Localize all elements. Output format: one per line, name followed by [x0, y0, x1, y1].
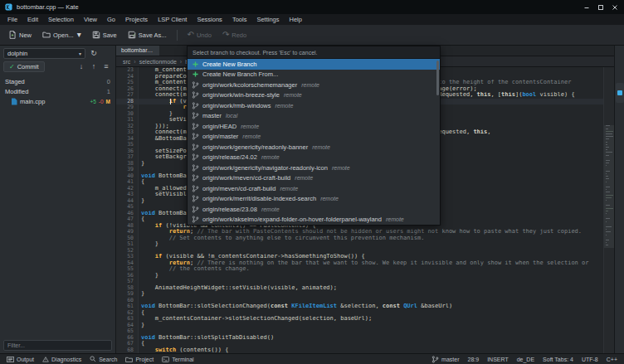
minimap-mark [606, 131, 613, 132]
statusbar-master[interactable]: master [427, 354, 463, 364]
branch-label: origin/work/akselmo/expand-folder-on-hov… [202, 216, 382, 223]
branch-popup-prompt: Select branch to checkout. Press 'Esc' t… [188, 46, 440, 59]
titlebar: bottombar.cpp — Kate [0, 0, 624, 14]
plus-icon [192, 61, 199, 68]
filter-input[interactable] [3, 340, 112, 351]
line-number: 68 [116, 347, 139, 354]
branch-option-origin-work-akselmo-expand-folder-on-hover-folderpanel-wayland[interactable]: origin/work/akselmo/expand-folder-on-hov… [188, 215, 440, 226]
menu-file[interactable]: File [2, 14, 22, 25]
branch-label: origin/HEAD [202, 123, 236, 130]
git-section-modified[interactable]: Modified1 [0, 86, 115, 96]
branch-option-origin-master[interactable]: origin/masterremote [188, 132, 440, 143]
statusbar-28-9[interactable]: 28:9 [464, 354, 484, 364]
git-branch-icon [192, 123, 199, 130]
menu-sessions[interactable]: Sessions [192, 14, 227, 25]
status-badge: M [106, 99, 110, 104]
statusbar-toolview-project[interactable]: Project [121, 354, 158, 364]
code-line-67: 67{ [116, 341, 614, 347]
statusbar-toolview-terminal[interactable]: Terminal [158, 354, 197, 364]
popup-scrollbar-thumb[interactable] [436, 61, 439, 95]
save-as-button[interactable]: Save As... [124, 28, 171, 41]
branch-option-origin-release-24-02[interactable]: origin/release/24.02remote [188, 153, 440, 163]
minimap-mark [606, 242, 607, 243]
menu-projects[interactable]: Projects [120, 14, 153, 25]
git-branch-icon [192, 206, 199, 213]
statusbar-insert[interactable]: INSERT [483, 354, 513, 364]
save-button[interactable]: Save [88, 28, 121, 41]
right-toolview-button[interactable] [616, 83, 624, 103]
minimap-mark [606, 208, 613, 209]
tab-bottombar-cpp[interactable]: bottombar.cpp [116, 46, 159, 56]
statusbar-utf-8[interactable]: UTF-8 [578, 354, 602, 364]
line-text: void BottomBar::slotSplitTabDisabled() [139, 335, 614, 342]
maximize-button[interactable] [593, 1, 607, 13]
menu-tools[interactable]: Tools [227, 14, 252, 25]
close-button[interactable] [607, 1, 622, 13]
branch-option-create-new-branch-from[interactable]: Create New Branch From... [188, 70, 440, 80]
breadcrumb-src[interactable]: src [123, 59, 130, 65]
branch-option-origin-work-meven-cd-craft-build[interactable]: origin/work/meven/cd-craft-buildremote [188, 173, 440, 184]
minimap-mark [606, 144, 607, 145]
git-file-main-cpp[interactable]: main.cpp+5-0M [0, 96, 115, 106]
statusbar-toolview-diagnostics[interactable]: Diagnostics [38, 354, 85, 364]
menu-help[interactable]: Help [285, 14, 307, 25]
breadcrumb-sep-icon: › [180, 59, 182, 65]
toolview-label: Diagnostics [51, 357, 81, 362]
branch-option-origin-work-rmb-windows[interactable]: origin/work/rmb-windowsremote [188, 100, 440, 111]
minimap-mark [606, 176, 608, 177]
git-menu-button[interactable]: ≡ [100, 61, 112, 72]
minimap-mark [606, 195, 613, 196]
branch-option-origin-work-genericity-readonly-banner[interactable]: origin/work/genericity/readonly-bannerre… [188, 142, 440, 153]
branch-option-origin-meven-cd-craft-build[interactable]: origin/meven/cd-craft-buildremote [188, 183, 440, 194]
minimap-scrollbar[interactable] [603, 67, 614, 353]
branch-option-master[interactable]: masterlocal [188, 111, 440, 122]
git-pull-button[interactable]: ↓ [76, 61, 87, 72]
open-button[interactable]: Open...▾ [38, 28, 85, 41]
git-branch-icon [192, 81, 199, 89]
project-refresh-button[interactable]: ↻ [88, 48, 100, 59]
branch-option-origin-work-genericity-navigator-readonly-icon[interactable]: origin/work/genericity/navigator-readonl… [188, 163, 440, 173]
breadcrumb-selectionmode[interactable]: selectionmode [139, 59, 177, 65]
statusbar-de-de[interactable]: de_DE [513, 354, 539, 364]
git-section-staged[interactable]: Staged0 [0, 76, 115, 86]
branch-option-origin-release-23-08[interactable]: origin/release/23.08remote [188, 204, 440, 215]
branch-label: origin/release/24.02 [202, 153, 257, 161]
minimize-button[interactable] [579, 1, 593, 13]
statusbar-c[interactable]: C++ [602, 354, 622, 364]
branch-label: origin/release/23.08 [202, 206, 257, 213]
undo-button[interactable]: ↶Undo [183, 28, 216, 41]
branch-option-origin-work-kcolorschememanager[interactable]: origin/work/kcolorschememanagerremote [188, 80, 440, 90]
statusbar-toolview-search[interactable]: Search [85, 354, 121, 364]
branch-option-origin-head[interactable]: origin/HEADremote [188, 121, 440, 132]
git-branch-icon [192, 195, 199, 202]
redo-button[interactable]: ↷Redo [218, 28, 251, 41]
branch-scope-tag: local [226, 113, 237, 119]
statusbar-soft-tabs-4[interactable]: Soft Tabs: 4 [539, 354, 578, 364]
branch-option-create-new-branch[interactable]: Create New Branch [188, 59, 440, 70]
git-status-tree: Staged0Modified1main.cpp+5-0M [0, 76, 115, 106]
git-branch-icon [192, 153, 199, 161]
menu-selection[interactable]: Selection [43, 14, 79, 25]
new-button[interactable]: New [4, 28, 36, 41]
menu-settings[interactable]: Settings [251, 14, 284, 25]
menu-lsp-client[interactable]: LSP Client [153, 14, 192, 25]
branch-label: origin/work/meven/cd-craft-build [202, 174, 290, 182]
branch-option-origin-work-merrit-disable-indexed-search[interactable]: origin/work/merrit/disable-indexed-searc… [188, 194, 440, 205]
minimap-mark [606, 163, 609, 163]
dropdown-caret-icon: ▾ [77, 31, 81, 39]
project-selector[interactable]: dolphin ▾ [3, 48, 85, 59]
commit-button[interactable]: ✓ Commit [3, 61, 45, 72]
minimap-mark [606, 147, 609, 148]
terminal-icon [162, 357, 169, 362]
menu-go[interactable]: Go [102, 14, 120, 25]
save-as-label: Save As... [139, 32, 167, 39]
branch-option-origin-work-win-breeze-style[interactable]: origin/work/win-breeze-styleremote [188, 90, 440, 101]
git-push-button[interactable]: ↑ [88, 61, 100, 72]
branch-label: origin/master [202, 133, 238, 140]
menu-view[interactable]: View [79, 14, 102, 25]
menu-edit[interactable]: Edit [22, 14, 43, 25]
line-text: { [139, 310, 614, 317]
statusbar-toolview-output[interactable]: Output [2, 354, 38, 364]
toolbar-separator [177, 30, 178, 41]
branch-scope-tag: remote [280, 186, 298, 192]
